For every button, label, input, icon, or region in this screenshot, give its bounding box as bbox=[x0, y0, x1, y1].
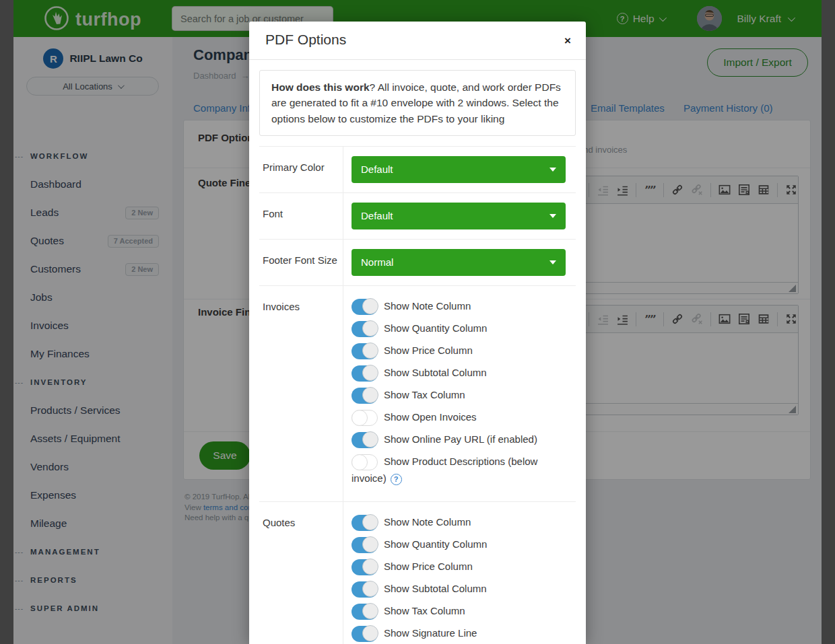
select-value: Normal bbox=[361, 256, 393, 268]
option-row-label: Invoices bbox=[259, 286, 343, 501]
toggle-knob bbox=[362, 559, 378, 575]
toggle-show-online-pay-url-if-enabled[interactable] bbox=[352, 432, 378, 448]
toggle-option: Show Online Pay URL (if enabled) bbox=[352, 431, 566, 448]
modal-options-table: Primary ColorDefaultFontDefaultFooter Fo… bbox=[259, 146, 576, 644]
toggle-label: Show Online Pay URL (if enabled) bbox=[384, 433, 537, 445]
toggle-option: Show Open Invoices bbox=[352, 409, 566, 426]
modal-row-primary-color: Primary ColorDefault bbox=[259, 147, 576, 193]
toggle-option: Show Quantity Column bbox=[352, 536, 566, 553]
toggle-label: Show Signature Line bbox=[384, 627, 477, 639]
help-tooltip-icon[interactable]: ? bbox=[391, 474, 402, 485]
option-row-label: Primary Color bbox=[259, 147, 343, 192]
modal-row-font: FontDefault bbox=[259, 193, 576, 240]
toggle-option: Show Product Descriptions (below invoice… bbox=[352, 454, 566, 487]
modal-row-invoices: InvoicesShow Note ColumnShow Quantity Co… bbox=[259, 286, 576, 502]
toggle-label: Show Quantity Column bbox=[384, 538, 487, 550]
toggle-label: Show Note Column bbox=[384, 300, 471, 312]
toggle-option: Show Quantity Column bbox=[352, 320, 566, 337]
modal-body: How does this work? All invoice, quote, … bbox=[249, 60, 586, 644]
toggle-option: Show Note Column bbox=[352, 514, 566, 531]
toggle-show-quantity-column[interactable] bbox=[352, 321, 378, 337]
toggle-show-product-descriptions-below-invoice[interactable] bbox=[352, 454, 378, 470]
toggle-label: Show Tax Column bbox=[384, 605, 465, 616]
modal-title: PDF Options bbox=[265, 32, 346, 48]
toggle-option: Show Subtotal Column bbox=[352, 581, 566, 598]
toggle-knob bbox=[362, 365, 378, 381]
primary-color-select[interactable]: Default bbox=[352, 156, 566, 183]
toggle-option: Show Price Column bbox=[352, 343, 566, 359]
caret-down-icon bbox=[549, 168, 556, 172]
footer-font-size-select[interactable]: Normal bbox=[352, 249, 566, 276]
toggle-knob bbox=[352, 410, 368, 426]
toggle-show-note-column[interactable] bbox=[352, 515, 378, 531]
toggle-knob bbox=[362, 298, 378, 314]
toggle-option: Show Note Column bbox=[352, 298, 566, 315]
caret-down-icon bbox=[549, 260, 556, 264]
toggle-label: Show Subtotal Column bbox=[384, 367, 487, 378]
toggle-show-signature-line[interactable] bbox=[352, 626, 378, 642]
modal-row-quotes: QuotesShow Note ColumnShow Quantity Colu… bbox=[259, 502, 576, 644]
toggle-option: Show Price Column bbox=[352, 559, 566, 575]
toggle-knob bbox=[362, 581, 378, 597]
toggle-label: Show Price Column bbox=[384, 561, 473, 572]
select-value: Default bbox=[361, 210, 393, 221]
toggle-show-tax-column[interactable] bbox=[352, 388, 378, 404]
toggle-label: Show Quantity Column bbox=[384, 322, 487, 334]
toggle-knob bbox=[352, 454, 368, 470]
toggle-show-subtotal-column[interactable] bbox=[352, 365, 378, 382]
toggle-label: Show Product Descriptions (below invoice… bbox=[352, 456, 537, 484]
font-select[interactable]: Default bbox=[352, 203, 566, 229]
modal-intro: How does this work? All invoice, quote, … bbox=[259, 70, 576, 136]
toggle-label: Show Tax Column bbox=[384, 389, 465, 400]
pdf-options-modal: PDF Options × How does this work? All in… bbox=[249, 22, 586, 644]
toggle-knob bbox=[362, 320, 378, 336]
toggle-show-open-invoices[interactable] bbox=[352, 410, 378, 426]
toggle-knob bbox=[362, 536, 378, 552]
toggle-knob bbox=[362, 603, 378, 619]
toggle-knob bbox=[362, 514, 378, 530]
toggle-knob bbox=[362, 387, 378, 403]
toggle-show-tax-column[interactable] bbox=[352, 604, 378, 620]
modal-row-footer-font-size: Footer Font SizeNormal bbox=[259, 240, 576, 286]
toggle-knob bbox=[362, 625, 378, 641]
toggle-show-price-column[interactable] bbox=[352, 343, 378, 359]
toggle-show-note-column[interactable] bbox=[352, 299, 378, 315]
toggle-option: Show Tax Column bbox=[352, 603, 566, 620]
modal-intro-bold: How does this work bbox=[271, 81, 370, 93]
toggle-label: Show Subtotal Column bbox=[384, 583, 487, 594]
option-row-label: Font bbox=[259, 193, 343, 239]
toggle-label: Show Open Invoices bbox=[384, 411, 477, 423]
toggle-knob bbox=[362, 431, 378, 448]
toggle-label: Show Note Column bbox=[384, 516, 471, 528]
caret-down-icon bbox=[549, 214, 556, 218]
toggle-option: Show Subtotal Column bbox=[352, 365, 566, 382]
toggle-show-price-column[interactable] bbox=[352, 559, 378, 575]
toggle-option: Show Tax Column bbox=[352, 387, 566, 404]
option-row-label: Footer Font Size bbox=[259, 240, 343, 285]
toggle-label: Show Price Column bbox=[384, 345, 473, 356]
toggle-show-subtotal-column[interactable] bbox=[352, 581, 378, 598]
toggle-option: Show Signature Line bbox=[352, 625, 566, 642]
close-icon[interactable]: × bbox=[564, 35, 571, 46]
option-row-label: Quotes bbox=[259, 502, 343, 644]
modal-header: PDF Options × bbox=[249, 22, 586, 60]
toggle-show-quantity-column[interactable] bbox=[352, 537, 378, 553]
toggle-knob bbox=[362, 343, 378, 359]
select-value: Default bbox=[361, 164, 393, 175]
